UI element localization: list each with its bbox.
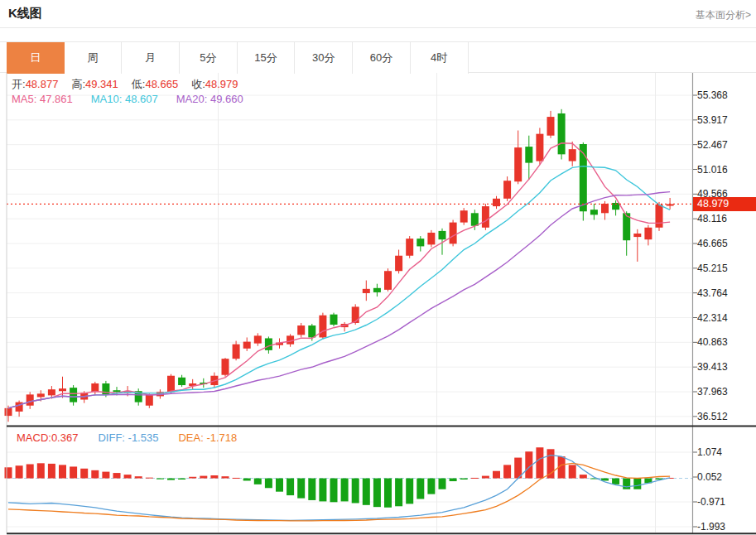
ma10-value: 48.607 — [125, 93, 158, 105]
y-axis-label: -1.993 — [697, 520, 725, 533]
y-axis-label: 39.413 — [697, 360, 728, 374]
macd-hist-bar — [59, 465, 66, 478]
candle-body — [493, 199, 500, 206]
last-price-badge: 48.979 — [693, 197, 756, 211]
ma-row: MA5: 47.861MA10: 48.607MA20: 49.660 — [12, 93, 243, 105]
y-axis-label: 52.467 — [697, 138, 728, 152]
macd-hist-bar — [633, 479, 641, 489]
macd-hist-bar — [146, 478, 153, 479]
macd-hist-bar — [308, 479, 315, 500]
candle-body — [319, 316, 326, 338]
open-label: 开: — [12, 78, 26, 90]
macd-hist-bar — [189, 477, 196, 479]
diff-value: -1.535 — [128, 431, 159, 444]
ma20-label: MA20: — [176, 93, 208, 105]
candle-body — [146, 394, 153, 405]
macd-hist-bar — [373, 479, 381, 508]
macd-hist-bar — [80, 469, 88, 479]
y-axis-label: 37.963 — [697, 385, 728, 398]
macd-hist-bar — [156, 479, 164, 480]
macd-hist-bar — [254, 479, 262, 484]
candle-body — [569, 149, 576, 161]
low-label: 低: — [132, 78, 146, 90]
macd-hist-bar — [460, 479, 468, 480]
candle-body — [460, 210, 468, 222]
candle-body — [48, 389, 55, 395]
high-label: 高: — [71, 78, 85, 90]
candle-body — [308, 325, 315, 337]
candle-body — [352, 306, 359, 323]
macd-hist-bar — [37, 463, 45, 478]
ma5-value: 47.861 — [40, 93, 73, 105]
macd-hist-bar — [5, 467, 12, 478]
macd-hist-bar — [222, 476, 229, 478]
dea-value: -1.718 — [206, 431, 237, 444]
candle-body — [70, 388, 77, 402]
macd-hist-bar — [395, 479, 402, 507]
macd-hist-bar — [536, 447, 543, 478]
candle-body — [503, 181, 511, 199]
y-axis-label: 1.074 — [697, 446, 722, 459]
candle-body — [373, 288, 381, 292]
macd-hist-bar — [406, 479, 413, 504]
candle-body — [222, 359, 229, 375]
ma20-line — [8, 192, 670, 408]
ma5-line — [8, 143, 670, 408]
candle-body — [482, 206, 489, 228]
macd-hist-bar — [417, 479, 424, 499]
candle-body — [243, 342, 251, 349]
candle-body — [297, 325, 305, 335]
macd-hist-bar — [16, 465, 23, 478]
macd-hist-bar — [427, 479, 435, 494]
ohlc-row: 开:48.877高:49.341低:48.665收:48.979 — [12, 77, 252, 92]
y-axis-label: 48.116 — [697, 212, 727, 225]
y-axis-label: 46.665 — [697, 237, 728, 250]
macd-hist-bar — [482, 476, 489, 479]
macd-hist-bar — [200, 476, 207, 479]
candle-body — [167, 376, 175, 393]
candle-body — [601, 204, 609, 213]
macd-hist-bar — [233, 478, 240, 479]
y-axis-label: 45.215 — [697, 262, 728, 275]
candle-body — [450, 223, 457, 244]
open-value: 48.877 — [26, 78, 59, 90]
macd-hist-bar — [503, 465, 511, 478]
macd-hist-bar — [135, 476, 142, 478]
y-axis-label: -0.971 — [697, 495, 725, 508]
ma20-value: 49.660 — [210, 93, 243, 105]
kline-page: K线图 基本面分析> 日周月5分15分30分60分4时 开:48.877高:49… — [0, 0, 756, 535]
y-axis-label: 43.764 — [697, 287, 728, 300]
candle-body — [580, 144, 587, 211]
macd-hist-bar — [167, 479, 175, 480]
macd-hist-bar — [319, 479, 326, 502]
candle-body — [656, 205, 663, 228]
macd-hist-bar — [26, 465, 34, 479]
macd-hist-bar — [243, 479, 251, 481]
candle-body — [547, 117, 555, 136]
y-axis-label: 51.016 — [697, 163, 728, 176]
low-value: 48.665 — [145, 78, 178, 90]
candle-body — [26, 394, 34, 405]
candle-body — [633, 234, 641, 237]
macd-values-row: MACD:0.367DIFF: -1.535DEA: -1.718 — [17, 431, 237, 444]
macd-hist-bar — [178, 479, 185, 480]
close-value: 48.979 — [205, 78, 238, 90]
candle-body — [439, 231, 446, 239]
candle-body — [233, 345, 240, 359]
candle-body — [265, 338, 272, 349]
macd-hist-bar — [363, 479, 370, 505]
candle-body — [471, 213, 479, 225]
ma10-label: MA10: — [91, 93, 123, 105]
macd-hist-bar — [384, 479, 392, 508]
macd-hist-bar — [210, 475, 218, 479]
close-label: 收: — [191, 78, 205, 90]
candle-body — [363, 289, 370, 293]
candle-body — [178, 378, 185, 385]
candle-body — [330, 315, 338, 325]
ma10-line — [8, 166, 670, 408]
macd-value: 0.367 — [51, 431, 79, 444]
candle-body — [113, 390, 121, 392]
candle-body — [59, 388, 66, 391]
macd-hist-bar — [265, 479, 272, 489]
candle-body — [590, 210, 598, 214]
